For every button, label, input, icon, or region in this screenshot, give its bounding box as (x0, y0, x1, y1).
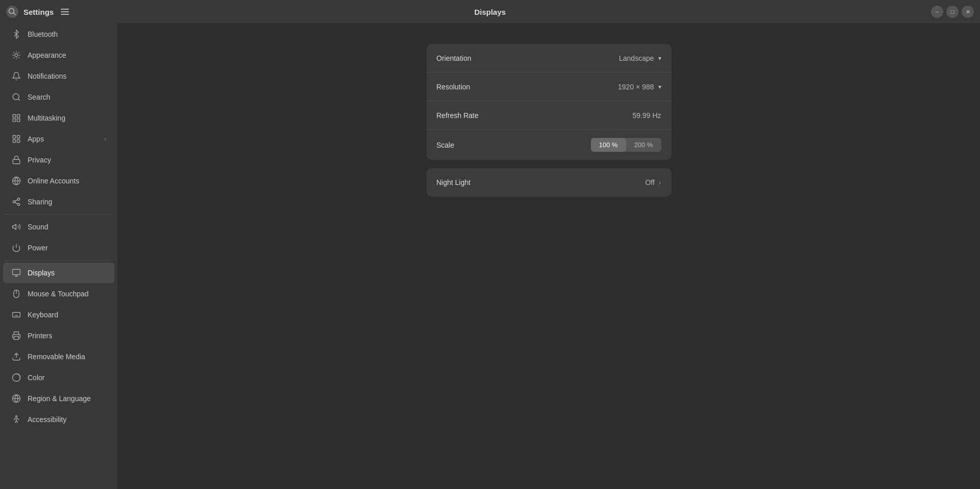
accessibility-icon (11, 414, 21, 425)
sidebar-item-search[interactable]: Search (3, 87, 114, 107)
resolution-dropdown-arrow: ▾ (658, 83, 661, 90)
sidebar-item-label-color: Color (28, 374, 106, 382)
displays-settings: Orientation Landscape ▾ Resolution 1920 … (426, 44, 672, 469)
svg-point-17 (13, 201, 15, 203)
sidebar-item-color[interactable]: Color (3, 367, 114, 388)
sidebar-divider (5, 260, 112, 261)
sharing-icon (11, 197, 21, 207)
orientation-label: Orientation (437, 54, 471, 62)
svg-rect-8 (17, 119, 20, 122)
printers-icon (11, 331, 21, 341)
search-icon (11, 92, 21, 102)
refresh-rate-value-container: 59.99 Hz (632, 111, 661, 120)
scale-200-button[interactable]: 200 % (626, 138, 661, 152)
sidebar-item-displays[interactable]: Displays (3, 263, 114, 283)
online-accounts-icon (11, 176, 21, 186)
sidebar-item-label-sound: Sound (28, 223, 106, 231)
sidebar-item-label-power: Power (28, 244, 106, 252)
scale-row: Scale 100 % 200 % (426, 130, 672, 160)
refresh-rate-row: Refresh Rate 59.99 Hz (426, 101, 672, 130)
removable-media-icon (11, 352, 21, 362)
resolution-row: Resolution 1920 × 988 ▾ (426, 73, 672, 101)
svg-point-16 (17, 198, 20, 201)
sidebar-item-mouse-touchpad[interactable]: Mouse & Touchpad (3, 284, 114, 304)
titlebar-left: Settings (6, 6, 71, 18)
sidebar-item-appearance[interactable]: Appearance (3, 45, 114, 65)
power-icon (11, 243, 21, 253)
privacy-icon (11, 155, 21, 165)
night-light-arrow: › (659, 178, 661, 187)
resolution-label: Resolution (437, 83, 470, 91)
svg-rect-9 (13, 135, 15, 138)
sidebar-item-notifications[interactable]: Notifications (3, 66, 114, 86)
maximize-button[interactable]: □ (946, 6, 959, 18)
region-language-icon (11, 393, 21, 404)
titlebar-title: Settings (23, 8, 54, 16)
svg-point-2 (15, 54, 18, 57)
sidebar-item-online-accounts[interactable]: Online Accounts (3, 171, 114, 191)
sidebar-item-label-multitasking: Multitasking (28, 114, 106, 122)
apps-icon (11, 134, 21, 144)
sidebar-item-label-accessibility: Accessibility (28, 415, 106, 424)
window-controls: − □ ✕ (931, 6, 974, 18)
sidebar-item-label-keyboard: Keyboard (28, 311, 106, 319)
scale-label: Scale (437, 141, 455, 149)
minimize-button[interactable]: − (931, 6, 943, 18)
sidebar-item-label-printers: Printers (28, 332, 106, 340)
svg-point-39 (16, 416, 17, 417)
svg-rect-10 (17, 135, 20, 138)
orientation-row: Orientation Landscape ▾ (426, 44, 672, 73)
sidebar-item-label-displays: Displays (28, 269, 106, 277)
display-panel-main: Orientation Landscape ▾ Resolution 1920 … (426, 44, 672, 160)
sidebar-item-privacy[interactable]: Privacy (3, 150, 114, 170)
multitasking-icon (11, 113, 21, 123)
svg-point-18 (17, 203, 20, 206)
svg-marker-21 (13, 224, 16, 230)
svg-rect-7 (13, 119, 15, 122)
sidebar-item-printers[interactable]: Printers (3, 325, 114, 346)
sidebar-item-label-removable-media: Removable Media (28, 353, 106, 361)
resolution-value-container[interactable]: 1920 × 988 ▾ (618, 83, 661, 91)
appearance-icon (11, 50, 21, 60)
sidebar-item-apps[interactable]: Apps› (3, 129, 114, 149)
sound-icon (11, 222, 21, 232)
refresh-rate-label: Refresh Rate (437, 111, 479, 120)
mouse-touchpad-icon (11, 289, 21, 299)
sidebar-item-label-sharing: Sharing (28, 198, 106, 206)
sidebar-item-power[interactable]: Power (3, 238, 114, 258)
sidebar-item-label-region-language: Region & Language (28, 394, 106, 403)
sidebar-item-sound[interactable]: Sound (3, 217, 114, 237)
search-titlebar-button[interactable] (6, 6, 18, 18)
night-light-row[interactable]: Night Light Off › (426, 168, 672, 197)
svg-line-1 (14, 13, 16, 15)
close-button[interactable]: ✕ (962, 6, 974, 18)
night-light-value: Off (645, 178, 654, 187)
svg-line-19 (15, 202, 17, 204)
orientation-value: Landscape (619, 54, 654, 62)
scale-buttons: 100 % 200 % (591, 138, 661, 152)
sidebar-item-multitasking[interactable]: Multitasking (3, 108, 114, 128)
sidebar-item-label-privacy: Privacy (28, 156, 106, 164)
orientation-value-container[interactable]: Landscape ▾ (619, 54, 661, 62)
menu-icon[interactable] (59, 7, 71, 17)
svg-point-3 (13, 94, 19, 100)
sidebar: BluetoothAppearanceNotificationsSearchMu… (0, 24, 117, 489)
scale-100-button[interactable]: 100 % (591, 138, 626, 152)
svg-rect-12 (17, 140, 20, 143)
sidebar-item-bluetooth[interactable]: Bluetooth (3, 24, 114, 44)
sidebar-item-accessibility[interactable]: Accessibility (3, 409, 114, 430)
content-area: Orientation Landscape ▾ Resolution 1920 … (117, 24, 980, 489)
sidebar-item-keyboard[interactable]: Keyboard (3, 305, 114, 325)
refresh-rate-value: 59.99 Hz (632, 111, 661, 120)
displays-icon (11, 268, 21, 278)
keyboard-icon (11, 310, 21, 320)
sidebar-item-sharing[interactable]: Sharing (3, 192, 114, 212)
svg-rect-11 (13, 140, 15, 143)
display-panel-night-light: Night Light Off › (426, 168, 672, 197)
sidebar-item-region-language[interactable]: Region & Language (3, 388, 114, 409)
color-icon (11, 372, 21, 383)
titlebar: Settings Displays − □ ✕ (0, 0, 980, 24)
svg-rect-13 (13, 159, 20, 164)
sidebar-item-label-appearance: Appearance (28, 51, 106, 59)
sidebar-item-removable-media[interactable]: Removable Media (3, 346, 114, 367)
